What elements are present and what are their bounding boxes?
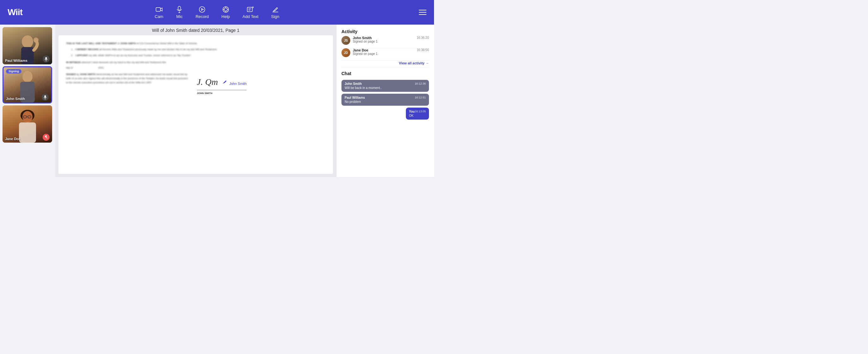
signing-badge: Signing xyxy=(6,69,22,73)
nav-help[interactable]: Help xyxy=(221,6,230,19)
nav-cam[interactable]: Cam xyxy=(155,6,163,19)
activity-john-desc: Signed on page 1 xyxy=(353,40,429,43)
activity-jane-desc: Signed on page 1 xyxy=(353,52,429,56)
right-panel: Activity JS John Smith 16:36:20 Signed o… xyxy=(336,25,434,177)
main-content: Paul Williams Signing John Smith xyxy=(0,25,434,177)
activity-john-time: 16:36:20 xyxy=(416,36,429,39)
activity-john-name: John Smith xyxy=(353,36,372,40)
nav-record-label: Record xyxy=(195,14,209,19)
cam-icon xyxy=(155,6,162,13)
logo: Wiit xyxy=(7,7,23,17)
signature-blue-name: John Smith xyxy=(229,82,247,85)
video-paul-label: Paul Williams xyxy=(5,59,28,63)
center-panel: Will of John Smith dated 20/03/2021, Pag… xyxy=(55,25,336,177)
chat-message-paul: Paul Williams 16:12:51 No problem xyxy=(341,94,429,106)
nav-sign-label: Sign xyxy=(271,14,279,19)
sign-icon xyxy=(272,6,279,13)
svg-point-4 xyxy=(199,7,205,12)
doc-text: THIS IS THE LAST WILL AND TESTAMENT of J… xyxy=(66,42,326,96)
view-all-activity-link[interactable]: View all activity → xyxy=(341,61,429,68)
activity-jane-time: 16:38:56 xyxy=(416,48,429,52)
svg-rect-24 xyxy=(44,95,46,98)
chat-sender-john: John Smith xyxy=(345,82,362,85)
nav-mic[interactable]: Mic xyxy=(176,6,183,19)
chat-sender-paul: Paul Williams xyxy=(345,96,365,99)
doc-container[interactable]: THIS IS THE LAST WILL AND TESTAMENT of J… xyxy=(58,35,333,174)
left-panel: Paul Williams Signing John Smith xyxy=(0,25,55,177)
header: Wiit Cam Mic xyxy=(0,0,434,25)
addtext-icon xyxy=(247,6,254,13)
nav-addtext[interactable]: Add Text xyxy=(243,6,258,19)
video-jane-label: Jane Doe xyxy=(5,137,21,141)
svg-rect-12 xyxy=(247,7,252,12)
video-jane[interactable]: Jane Doe xyxy=(2,105,52,143)
mic-john-button[interactable] xyxy=(42,94,49,101)
avatar-jane: JD xyxy=(341,48,350,57)
nav-record[interactable]: Record xyxy=(195,6,209,19)
svg-point-16 xyxy=(22,35,33,48)
signature-area: J. Qm John Smith xyxy=(197,75,260,90)
nav-addtext-label: Add Text xyxy=(243,14,258,19)
avatar-john: JS xyxy=(341,36,350,45)
chat-message-john: John Smith 16:12:36 Will be back in a mo… xyxy=(341,80,429,92)
chat-time-1: 16:12:36 xyxy=(415,82,426,85)
mic-icon xyxy=(176,6,183,13)
activity-item-john: JS John Smith 16:36:20 Signed on page 1 xyxy=(341,36,429,48)
nav-cam-label: Cam xyxy=(155,14,163,19)
chat-time-2: 16:12:51 xyxy=(415,96,426,99)
chat-time-3: 16:13:05 xyxy=(415,110,426,113)
svg-marker-5 xyxy=(202,8,204,10)
nav-sign[interactable]: Sign xyxy=(271,6,279,19)
svg-rect-0 xyxy=(156,8,160,11)
svg-rect-32 xyxy=(19,122,36,143)
signature-printed: JOHN SMITH xyxy=(197,92,260,96)
svg-point-22 xyxy=(23,71,33,82)
doc-title: Will of John Smith dated 20/03/2021, Pag… xyxy=(152,28,240,33)
chat-text-1: Will be back in a moment.. xyxy=(345,86,426,90)
svg-point-18 xyxy=(33,38,38,43)
nav-bar: Cam Mic Record xyxy=(155,6,280,19)
activity-jane-name: Jane Doe xyxy=(353,48,368,52)
chat-message-you: You 16:13:05 OK xyxy=(406,108,429,119)
signature-cursive: J. Qm John Smith xyxy=(197,75,247,90)
video-paul[interactable]: Paul Williams xyxy=(2,27,52,64)
video-john-label: John Smith xyxy=(6,97,25,101)
svg-rect-1 xyxy=(178,6,181,10)
mic-paul-button[interactable] xyxy=(43,56,50,63)
chat-section: Chat John Smith 16:12:36 Will be back in… xyxy=(341,71,429,173)
nav-mic-label: Mic xyxy=(176,14,183,19)
svg-point-7 xyxy=(224,8,227,11)
activity-title: Activity xyxy=(341,29,429,34)
activity-item-jane: JD Jane Doe 16:38:56 Signed on page 1 xyxy=(341,48,429,61)
help-icon xyxy=(222,6,229,13)
activity-section: Activity JS John Smith 16:36:20 Signed o… xyxy=(341,29,429,68)
nav-help-label: Help xyxy=(221,14,230,19)
chat-sender-you: You xyxy=(409,110,415,113)
chat-text-3: OK xyxy=(409,114,426,117)
mic-jane-button[interactable] xyxy=(43,134,50,141)
hamburger-menu[interactable] xyxy=(419,10,427,15)
record-icon xyxy=(199,6,206,13)
video-john[interactable]: Signing John Smith xyxy=(2,66,52,104)
svg-rect-19 xyxy=(45,57,47,60)
chat-title: Chat xyxy=(341,71,429,76)
chat-text-2: No problem xyxy=(345,100,426,104)
